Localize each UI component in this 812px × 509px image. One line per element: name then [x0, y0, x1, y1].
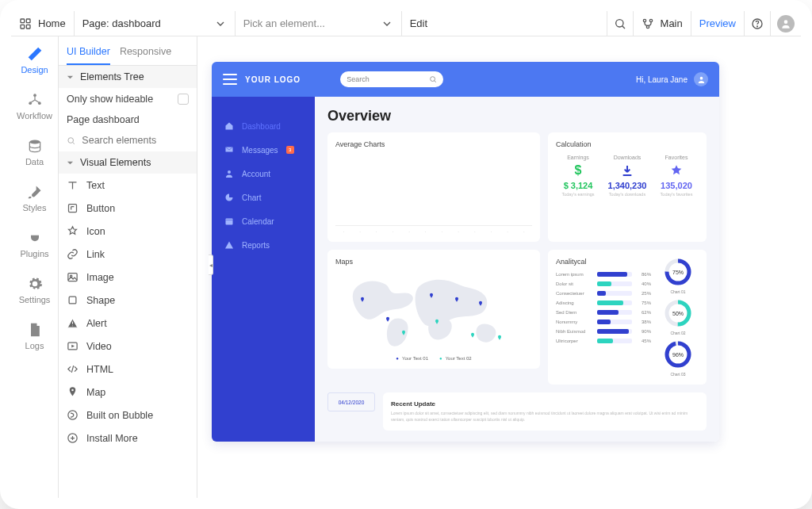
element-alert[interactable]: Alert	[59, 312, 197, 335]
design-canvas[interactable]: YOUR LOGO Search Hi, Laura Jane Dashboar…	[197, 36, 801, 498]
element-install[interactable]: Install More	[59, 427, 197, 450]
donut-charts: 75%Chart 0150%Chart 0296%Chart 03	[657, 258, 699, 377]
only-hideable-checkbox[interactable]	[178, 94, 189, 105]
donut-chart: 50%Chart 02	[657, 299, 699, 335]
favorites-stat: Favorites 135,020 Today's favorites	[654, 155, 699, 197]
donut-chart: 96%Chart 03	[657, 340, 699, 377]
tab-responsive[interactable]: Responsive	[120, 43, 171, 65]
sidebar-item-dashboard[interactable]: Dashboard	[212, 114, 315, 138]
search-icon	[429, 75, 437, 83]
sidebar-label: Account	[242, 170, 270, 178]
search-button[interactable]	[607, 11, 634, 36]
panel-collapse-handle[interactable]	[209, 254, 213, 275]
map-pin-icon	[496, 334, 503, 342]
element-map[interactable]: Map	[59, 381, 197, 404]
dollar-icon: $	[556, 163, 600, 178]
workflow-icon	[27, 92, 43, 108]
element-shape[interactable]: Shape	[59, 289, 197, 312]
search-placeholder: Search	[347, 75, 370, 83]
element-html[interactable]: HTML	[59, 358, 197, 381]
edit-menu[interactable]: Edit	[402, 11, 607, 36]
calculation-card: Calculation Earnings $ $ 3,124 Today's e…	[548, 132, 707, 242]
rail-plugins[interactable]: Plugins	[11, 220, 58, 266]
only-hideable-row[interactable]: Only show hideable	[59, 88, 197, 110]
element-picker-label: Pick an element...	[243, 17, 325, 29]
element-label: Shape	[86, 295, 115, 306]
only-hideable-label: Only show hideable	[67, 94, 153, 105]
card-title: Average Charts	[335, 140, 532, 148]
svg-point-9	[757, 25, 758, 26]
element-label: Video	[86, 341, 112, 352]
menu-icon[interactable]	[223, 74, 237, 85]
update-title: Recent Update	[391, 400, 699, 408]
map-pin-icon	[434, 318, 440, 326]
donut-chart: 75%Chart 01	[657, 258, 699, 294]
element-button[interactable]: Button	[59, 197, 197, 220]
account-menu[interactable]	[771, 11, 801, 36]
branch-selector[interactable]: Main	[634, 11, 691, 36]
rail-label: Styles	[23, 203, 47, 212]
legend-item: Your Text 02	[439, 356, 472, 361]
stat-sub: Today's earnings	[556, 192, 600, 197]
svg-point-5	[643, 19, 645, 21]
stat-value: $ 3,124	[556, 181, 600, 190]
search-elements-row	[59, 129, 197, 151]
rail-label: Data	[25, 157, 44, 166]
average-charts-card: Average Charts ············	[327, 132, 540, 242]
search-elements-input[interactable]	[82, 135, 189, 146]
dashboard-search[interactable]: Search	[340, 71, 443, 87]
tab-ui-builder[interactable]: UI Builder	[67, 43, 110, 65]
sidebar-label: Calendar	[242, 217, 274, 226]
sidebar-item-account[interactable]: Account	[212, 162, 315, 186]
sidebar-item-calendar[interactable]: Calendar	[212, 209, 315, 233]
page-node[interactable]: Page dashboard	[59, 110, 197, 129]
sidebar-item-chart[interactable]: Chart	[212, 186, 315, 209]
rail-data[interactable]: Data	[11, 128, 58, 174]
download-arrow-icon	[605, 163, 649, 178]
element-image[interactable]: Image	[59, 266, 197, 289]
sidebar-item-reports[interactable]: Reports	[212, 233, 315, 257]
rail-settings[interactable]: Settings	[11, 266, 58, 312]
user-avatar-icon	[777, 15, 795, 33]
element-video[interactable]: Video	[59, 335, 197, 358]
rail-label: Settings	[19, 295, 51, 304]
dashboard-user[interactable]: Hi, Laura Jane	[636, 72, 708, 86]
ruler-icon	[27, 46, 43, 62]
help-icon	[751, 17, 764, 30]
update-date: 04/12/2020	[327, 392, 375, 411]
rail-styles[interactable]: Styles	[11, 174, 58, 220]
visual-elements-toggle[interactable]: Visual Elements	[59, 151, 197, 174]
rail-design[interactable]: Design	[11, 36, 58, 82]
rail-logs[interactable]: Logs	[11, 312, 58, 358]
svg-rect-2	[21, 25, 25, 29]
analytical-row: Dolor sit40%	[556, 281, 651, 286]
element-text[interactable]: Text	[59, 174, 197, 197]
rail-label: Design	[21, 65, 48, 75]
page-selector-label: Page: dashboard	[82, 17, 161, 29]
sidebar-label: Chart	[242, 193, 261, 202]
svg-rect-1	[26, 19, 30, 23]
branch-icon	[642, 17, 654, 30]
stat-label: Earnings	[556, 155, 600, 160]
elements-panel: UI Builder Responsive Elements Tree Only…	[59, 36, 197, 498]
elements-tree-toggle[interactable]: Elements Tree	[59, 66, 197, 88]
map-pin-icon	[469, 331, 476, 339]
sidebar-item-messages[interactable]: Messages3	[212, 138, 315, 162]
help-button[interactable]	[745, 11, 771, 36]
analytical-row: Nibh Euismod90%	[556, 329, 651, 334]
home-button[interactable]: Home	[11, 11, 75, 36]
element-link[interactable]: Link	[59, 243, 197, 266]
branch-label: Main	[661, 17, 683, 29]
preview-button[interactable]: Preview	[691, 11, 745, 36]
top-toolbar: Home Page: dashboard Pick an element... …	[11, 11, 801, 36]
panel-tabs: UI Builder Responsive	[59, 36, 197, 66]
analytical-rows: Lorem ipsum86%Dolor sit40%Consectetuer25…	[556, 272, 651, 343]
page-selector[interactable]: Page: dashboard	[75, 11, 236, 36]
plug-icon	[27, 230, 43, 246]
element-label: Text	[86, 180, 105, 191]
element-icon[interactable]: Icon	[59, 220, 197, 243]
element-picker[interactable]: Pick an element...	[236, 11, 402, 36]
rail-workflow[interactable]: Workflow	[11, 82, 58, 128]
element-built[interactable]: Built on Bubble	[59, 404, 197, 427]
sidebar-label: Dashboard	[242, 122, 281, 131]
